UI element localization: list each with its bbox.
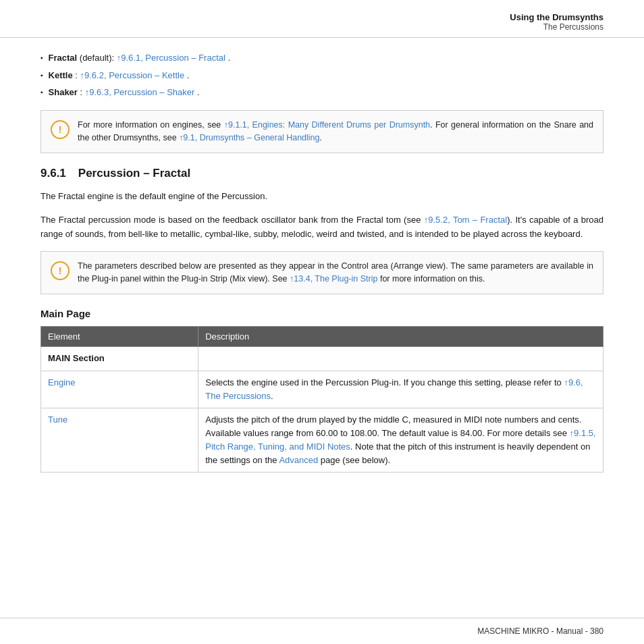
bullet-prefix-shaker: : <box>80 87 85 97</box>
cell-engine-desc: Selects the engine used in the Percussio… <box>198 371 603 408</box>
cell-engine-label: Engine <box>41 371 198 408</box>
link-pitch-range[interactable]: ↑9.1.5, Pitch Range, Tuning, and MIDI No… <box>205 428 595 452</box>
bullet-suffix-shaker: . <box>197 87 200 97</box>
page-footer: MASCHINE MIKRO - Manual - 380 <box>0 618 644 644</box>
link-tune[interactable]: Tune <box>48 414 68 425</box>
link-general-handling[interactable]: ↑9.1, Drumsynths – General Handling <box>179 133 319 142</box>
main-content: Fractal (default): ↑9.6.1, Percussion – … <box>0 38 644 618</box>
bullet-list: Fractal (default): ↑9.6.1, Percussion – … <box>41 51 603 99</box>
section-heading: 9.6.1Percussion – Fractal <box>41 167 603 180</box>
warning-icon-2: ! <box>51 261 70 280</box>
footer-text: MASCHINE MIKRO - Manual - 380 <box>477 626 603 636</box>
note-box-2: ! The parameters described below are pre… <box>41 251 603 295</box>
list-item-fractal: Fractal (default): ↑9.6.1, Percussion – … <box>41 51 603 65</box>
bullet-suffix-kettle: . <box>187 70 190 80</box>
header-title: Using the Drumsynths <box>510 12 603 22</box>
col-header-element: Element <box>41 327 198 347</box>
link-shaker[interactable]: ↑9.6.3, Percussion – Shaker <box>85 87 195 97</box>
section-title: Percussion – Fractal <box>78 167 190 180</box>
bullet-label-shaker: Shaker <box>49 87 78 97</box>
link-advanced[interactable]: Advanced <box>279 455 318 465</box>
bullet-prefix-kettle: : <box>75 70 80 80</box>
note-text-2: The parameters described below are prese… <box>78 260 593 286</box>
para-1: The Fractal engine is the default engine… <box>41 190 603 204</box>
table-row-engine: Engine Selects the engine used in the Pe… <box>41 371 603 408</box>
main-table: Element Description MAIN Section Engine … <box>41 326 603 473</box>
bullet-label-kettle: Kettle <box>49 70 73 80</box>
subheading-main-page: Main Page <box>41 308 603 319</box>
table-row-tune: Tune Adjusts the pitch of the drum playe… <box>41 408 603 473</box>
page-header: Using the Drumsynths The Percussions <box>0 0 644 38</box>
cell-main-section-label: MAIN Section <box>41 347 198 371</box>
table-row-main-section: MAIN Section <box>41 347 603 371</box>
link-engines[interactable]: ↑9.1.1, Engines: Many Different Drums pe… <box>224 120 430 130</box>
note-text-1: For more information on engines, see ↑9.… <box>78 119 593 145</box>
bullet-prefix-fractal: (default): <box>80 53 117 63</box>
link-percussions[interactable]: ↑9.6, The Percussions <box>205 377 583 401</box>
bullet-suffix-fractal: . <box>228 53 231 63</box>
list-item-kettle: Kettle : ↑9.6.2, Percussion – Kettle . <box>41 69 603 82</box>
cell-tune-desc: Adjusts the pitch of the drum played by … <box>198 408 603 473</box>
cell-tune-label: Tune <box>41 408 198 473</box>
link-engine[interactable]: Engine <box>48 377 75 387</box>
link-tom-fractal[interactable]: ↑9.5.2, Tom – Fractal <box>424 215 507 225</box>
link-fractal[interactable]: ↑9.6.1, Percussion – Fractal <box>117 53 225 63</box>
bullet-label-fractal: Fractal <box>49 53 78 63</box>
page-wrapper: Using the Drumsynths The Percussions Fra… <box>0 0 644 644</box>
list-item-shaker: Shaker : ↑9.6.3, Percussion – Shaker . <box>41 86 603 99</box>
cell-main-section-desc <box>198 347 603 371</box>
note-box-1: ! For more information on engines, see ↑… <box>41 110 603 154</box>
warning-icon-1: ! <box>51 120 70 139</box>
header-subtitle: The Percussions <box>543 22 603 32</box>
table-header-row: Element Description <box>41 327 603 347</box>
link-plugin-strip[interactable]: ↑13.4, The Plug-in Strip <box>290 274 377 284</box>
para-2: The Fractal percussion mode is based on … <box>41 213 603 242</box>
link-kettle[interactable]: ↑9.6.2, Percussion – Kettle <box>80 70 185 80</box>
section-number: 9.6.1 <box>41 167 66 180</box>
col-header-description: Description <box>198 327 603 347</box>
